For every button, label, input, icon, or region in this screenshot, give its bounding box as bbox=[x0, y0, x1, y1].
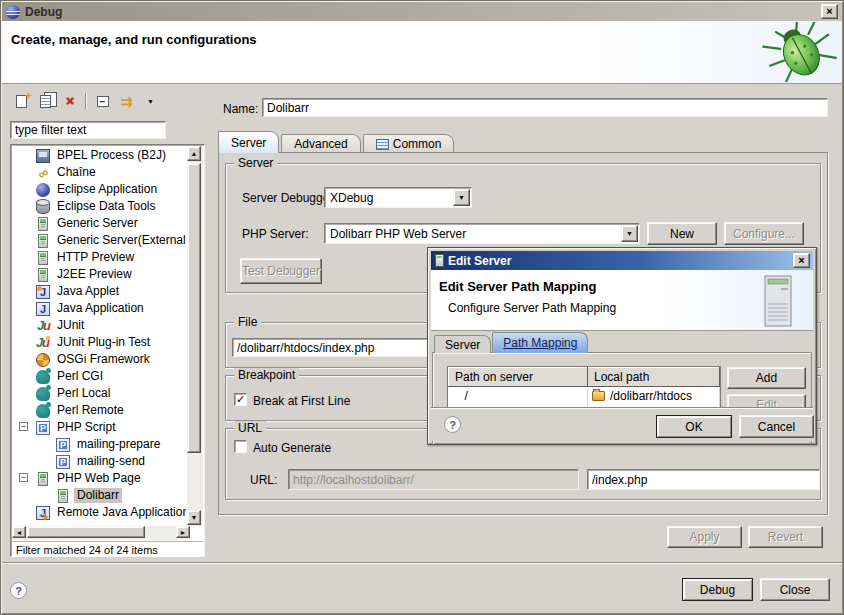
tree-item-http-preview[interactable]: HTTP Preview bbox=[12, 249, 186, 266]
tree-item-generic-server[interactable]: Generic Server bbox=[12, 215, 186, 232]
server-group-legend: Server bbox=[234, 156, 277, 170]
test-debugger-button: Test Debugger bbox=[240, 258, 322, 284]
configuration-name-input[interactable] bbox=[263, 99, 827, 116]
apply-button: Apply bbox=[667, 526, 742, 548]
cancel-button[interactable]: Cancel bbox=[739, 415, 814, 438]
tree-item-bpel-process-b2j[interactable]: BPEL Process (B2J) bbox=[12, 147, 186, 164]
chevron-down-icon[interactable]: ▼ bbox=[621, 225, 638, 242]
dialog-title: Edit Server bbox=[448, 254, 511, 268]
url-path-field-wrap bbox=[587, 469, 820, 490]
tree-item-java-applet[interactable]: Java Applet bbox=[12, 283, 186, 300]
help-icon[interactable]: ? bbox=[10, 582, 27, 599]
tree-horizontal-scrollbar[interactable]: ◄ ► bbox=[12, 526, 190, 540]
config-tree: BPEL Process (B2J)ChaîneEclipse Applicat… bbox=[12, 147, 186, 525]
chevron-down-icon[interactable]: ▼ bbox=[453, 189, 470, 206]
duplicate-icon[interactable] bbox=[35, 91, 56, 111]
horizontal-scroll-thumb[interactable] bbox=[27, 526, 145, 538]
tree-item-mailing-prepare[interactable]: mailing-prepare bbox=[12, 436, 186, 453]
url-path-input[interactable] bbox=[588, 470, 819, 489]
filter-icon[interactable]: ⇉ bbox=[116, 91, 137, 111]
toolbar-separator bbox=[85, 93, 87, 109]
column-header-path-on-server[interactable]: Path on server bbox=[449, 368, 588, 387]
tab-advanced[interactable]: Advanced bbox=[281, 134, 360, 153]
tree-item-label: Perl Local bbox=[54, 386, 113, 401]
tree-item-junit[interactable]: JUnit bbox=[12, 317, 186, 334]
tab-common[interactable]: Common bbox=[363, 134, 455, 153]
auto-generate-label: Auto Generate bbox=[253, 441, 331, 455]
junit-plugin-icon bbox=[36, 336, 50, 350]
dialog-subheading: Configure Server Path Mapping bbox=[448, 301, 616, 315]
new-server-button[interactable]: New bbox=[647, 222, 717, 245]
tree-item-php-web-page[interactable]: −PHP Web Page bbox=[12, 470, 186, 487]
window-title: Debug bbox=[25, 5, 62, 19]
tree-collapse-icon[interactable]: − bbox=[19, 422, 28, 431]
tree-item-java-application[interactable]: Java Application bbox=[12, 300, 186, 317]
mapping-row[interactable]: //dolibarr/htdocs bbox=[449, 387, 720, 405]
tree-item-eclipse-data-tools[interactable]: Eclipse Data Tools bbox=[12, 198, 186, 215]
breakpoint-group-legend: Breakpoint bbox=[234, 368, 299, 382]
tree-item-mailing-send[interactable]: mailing-send bbox=[12, 453, 186, 470]
local-path-cell: /dolibarr/htdocs bbox=[588, 387, 720, 405]
eclipse-icon bbox=[36, 183, 50, 197]
dialog-tab-path-mapping[interactable]: Path Mapping bbox=[492, 332, 588, 353]
tree-item-dolibarr[interactable]: Dolibarr bbox=[12, 487, 186, 504]
remote-java-icon bbox=[36, 506, 50, 520]
ok-button[interactable]: OK bbox=[656, 415, 732, 438]
vertical-scroll-thumb[interactable] bbox=[187, 163, 201, 453]
auto-generate-checkbox[interactable] bbox=[234, 440, 247, 453]
scroll-right-button[interactable]: ► bbox=[176, 526, 190, 538]
add-mapping-button[interactable]: Add bbox=[727, 367, 806, 389]
tree-item-remote-java-application[interactable]: Remote Java Application bbox=[12, 504, 186, 521]
server-debugger-select[interactable]: XDebug ▼ bbox=[324, 187, 472, 208]
dialog-header: Edit Server Path Mapping Configure Serve… bbox=[431, 270, 813, 331]
tree-item-label: Eclipse Data Tools bbox=[54, 199, 159, 214]
tree-item-label: Generic Server(External La bbox=[54, 233, 186, 248]
tree-item-perl-cgi[interactable]: Perl CGI bbox=[12, 368, 186, 385]
tree-item-generic-server-external-la[interactable]: Generic Server(External La bbox=[12, 232, 186, 249]
scroll-left-button[interactable]: ◄ bbox=[12, 526, 26, 538]
tree-item-label: Eclipse Application bbox=[54, 182, 160, 197]
tree-item-perl-local[interactable]: Perl Local bbox=[12, 385, 186, 402]
dialog-titlebar[interactable]: Edit Server × bbox=[431, 251, 813, 270]
tree-collapse-icon[interactable]: − bbox=[19, 473, 28, 482]
tree-item-label: J2EE Preview bbox=[54, 267, 135, 282]
header-banner: Create, manage, and run configurations bbox=[2, 21, 842, 84]
menu-dropdown-icon[interactable]: ▾ bbox=[140, 91, 161, 111]
tree-item-cha-ne[interactable]: Chaîne bbox=[12, 164, 186, 181]
tree-item-php-script[interactable]: −PHP Script bbox=[12, 419, 186, 436]
tree-vertical-scrollbar[interactable]: ▲ ▼ bbox=[187, 146, 203, 526]
url-base-input bbox=[289, 470, 578, 489]
window-titlebar[interactable]: Debug × bbox=[2, 2, 842, 21]
configure-server-button: Configure... bbox=[724, 222, 804, 245]
column-header-local-path[interactable]: Local path bbox=[588, 368, 720, 387]
break-at-first-line-label: Break at First Line bbox=[253, 394, 350, 408]
tree-item-label: Java Application bbox=[54, 301, 147, 316]
collapse-all-icon[interactable]: − bbox=[92, 91, 113, 111]
tab-server[interactable]: Server bbox=[218, 131, 279, 153]
dialog-tab-server[interactable]: Server bbox=[434, 335, 491, 353]
url-group-legend: URL bbox=[234, 421, 266, 435]
filter-input[interactable] bbox=[11, 122, 165, 138]
server-icon bbox=[38, 268, 48, 282]
dialog-close-button[interactable]: × bbox=[793, 253, 810, 268]
php-server-select[interactable]: Dolibarr PHP Web Server ▼ bbox=[324, 223, 640, 244]
tree-item-perl-remote[interactable]: Perl Remote bbox=[12, 402, 186, 419]
scroll-up-button[interactable]: ▲ bbox=[187, 146, 201, 161]
debug-button[interactable]: Debug bbox=[682, 578, 753, 601]
tree-item-j2ee-preview[interactable]: J2EE Preview bbox=[12, 266, 186, 283]
panel-sash[interactable] bbox=[207, 88, 215, 558]
url-label: URL: bbox=[250, 473, 277, 487]
break-at-first-line-checkbox[interactable]: ✓ bbox=[234, 393, 247, 406]
tree-item-junit-plug-in-test[interactable]: JUnit Plug-in Test bbox=[12, 334, 186, 351]
delete-icon[interactable]: × bbox=[59, 91, 80, 111]
tree-item-osgi-framework[interactable]: OSGi Framework bbox=[12, 351, 186, 368]
server-icon bbox=[58, 489, 68, 503]
new-configuration-icon[interactable] bbox=[11, 91, 32, 111]
php-icon bbox=[56, 455, 70, 469]
window-close-button[interactable]: × bbox=[821, 4, 838, 19]
tree-item-label: JUnit bbox=[54, 318, 87, 333]
close-button[interactable]: Close bbox=[760, 578, 830, 601]
scroll-down-button[interactable]: ▼ bbox=[187, 510, 201, 525]
tree-item-eclipse-application[interactable]: Eclipse Application bbox=[12, 181, 186, 198]
dialog-help-icon[interactable]: ? bbox=[444, 416, 461, 433]
